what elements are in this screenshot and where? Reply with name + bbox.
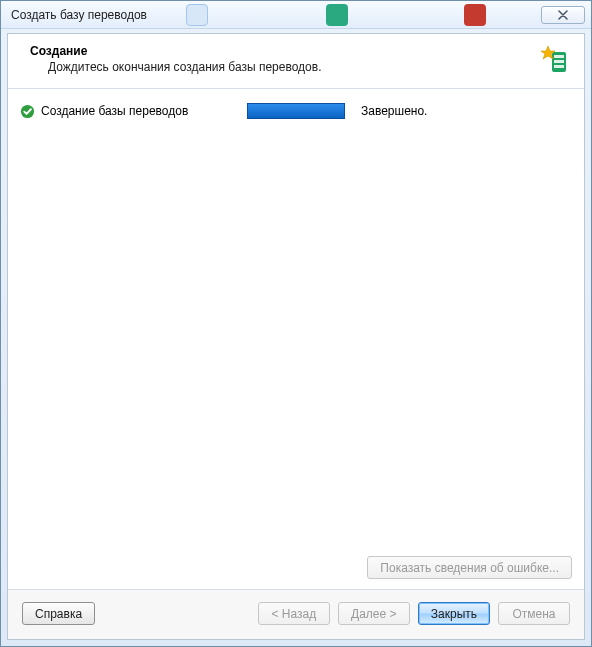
wizard-header-text: Создание Дождитесь окончания создания ба…: [30, 44, 530, 74]
svg-rect-1: [554, 55, 564, 58]
wizard-body: Создание базы переводов Завершено. Показ…: [8, 89, 584, 589]
error-details-row: Показать сведения об ошибке...: [20, 548, 572, 579]
content-panel: Создание Дождитесь окончания создания ба…: [7, 33, 585, 640]
close-icon: [557, 10, 569, 20]
titlebar-decor: [171, 1, 511, 28]
svg-point-5: [21, 104, 34, 117]
next-button: Далее >: [338, 602, 410, 625]
window-title: Создать базу переводов: [11, 8, 147, 22]
titlebar: Создать базу переводов: [1, 1, 591, 29]
wizard-step-title: Создание: [30, 44, 530, 58]
check-circle-icon: [20, 104, 35, 119]
svg-rect-3: [554, 65, 564, 68]
database-star-icon: [538, 44, 570, 76]
wizard-footer: Справка < Назад Далее > Закрыть Отмена: [8, 589, 584, 639]
task-progress-bar: [247, 103, 345, 119]
task-label: Создание базы переводов: [41, 104, 241, 118]
back-button: < Назад: [258, 602, 330, 625]
help-button[interactable]: Справка: [22, 602, 95, 625]
close-button[interactable]: Закрыть: [418, 602, 490, 625]
svg-rect-2: [554, 60, 564, 63]
window-close-button[interactable]: [541, 6, 585, 24]
cancel-button: Отмена: [498, 602, 570, 625]
wizard-step-subtitle: Дождитесь окончания создания базы перево…: [30, 60, 530, 74]
task-status: Завершено.: [361, 104, 427, 118]
show-error-details-button: Показать сведения об ошибке...: [367, 556, 572, 579]
wizard-header: Создание Дождитесь окончания создания ба…: [8, 34, 584, 89]
dialog-window: Создать базу переводов Создание Дождитес…: [0, 0, 592, 647]
task-row: Создание базы переводов Завершено.: [20, 103, 572, 119]
